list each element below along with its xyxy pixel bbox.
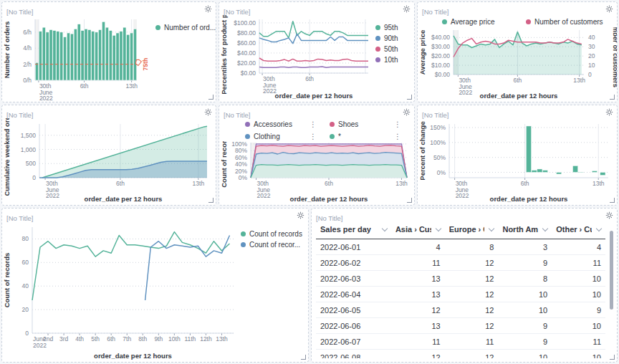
- svg-text:40: 40: [22, 282, 29, 289]
- value-cell: 12: [445, 287, 499, 302]
- legend-item-number-of-customers[interactable]: Number of customers: [526, 16, 610, 27]
- panel-category-share: [No Title] Accessories⋮Shoes⋮Clothing⋮*⋮…: [219, 105, 415, 206]
- legend-dot-icon: [526, 19, 531, 24]
- svg-text:Count of records: Count of records: [220, 141, 228, 188]
- legend-item-count-of-records[interactable]: Count of records: [241, 230, 308, 238]
- legend-actions-kebab-icon[interactable]: ⋮: [393, 120, 403, 128]
- value-cell: 11: [391, 255, 445, 271]
- chart-canvas-percent-of-change[interactable]: 0%50%100%150%30thJune20226th13thPercent …: [418, 118, 617, 205]
- svg-text:11th: 11th: [184, 335, 196, 343]
- legend-item-95th[interactable]: 95th: [375, 24, 414, 32]
- chart-canvas-count-of-records[interactable]: 020406080June20222nd3rd4th5th6th7th8th9t…: [2, 221, 241, 362]
- legend-item-number-of-ord[interactable]: Number of ord...: [155, 24, 216, 32]
- value-cell: 4: [552, 239, 605, 255]
- date-cell: 2022-06-03: [316, 271, 391, 287]
- dashboard-row-3: [No Title] 020406080June20222nd3rd4th5th…: [1, 208, 618, 363]
- value-cell: 8: [498, 271, 552, 287]
- svg-text:$30.00: $30.00: [431, 43, 450, 50]
- panel-resize-handle[interactable]: [301, 355, 306, 360]
- panel-resize-handle[interactable]: [407, 198, 412, 203]
- value-cell: 10: [498, 287, 552, 302]
- value-cell: 3: [498, 239, 552, 255]
- legend-item-10th[interactable]: 10th: [375, 56, 414, 64]
- chart-canvas-avg-price-customers[interactable]: $0.00$10.00$20.00$30.00$40.0001020304030…: [418, 27, 617, 102]
- legend-actions-kebab-icon[interactable]: ⋮: [393, 133, 403, 140]
- value-cell: 10: [552, 318, 605, 334]
- svg-text:Count of records: Count of records: [3, 253, 11, 308]
- chevron-down-icon[interactable]: [489, 226, 494, 231]
- legend-dot-icon: [330, 122, 335, 127]
- chevron-down-icon[interactable]: [435, 226, 441, 231]
- panel-settings-button[interactable]: [401, 107, 412, 118]
- value-cell: 12: [445, 350, 499, 359]
- chart-canvas-number-of-orders[interactable]: 0/h2/h4/h6/h30thJune20226th13th75thNumbe…: [2, 15, 155, 102]
- legend-actions-kebab-icon[interactable]: ⋮: [308, 120, 318, 128]
- date-cell: 2022-06-01: [316, 239, 391, 255]
- legend-item-[interactable]: *⋮: [330, 132, 403, 142]
- legend-item-average-price[interactable]: Average price: [442, 16, 526, 27]
- svg-text:20: 20: [22, 306, 29, 313]
- chart-canvas-cumulative-weekend-orders[interactable]: 05001,0001,50030thJune20226th13thCumulat…: [2, 118, 216, 205]
- svg-text:4th: 4th: [75, 335, 84, 343]
- svg-text:$0.00: $0.00: [435, 71, 451, 78]
- svg-text:0%: 0%: [239, 174, 248, 181]
- value-cell: 11: [552, 255, 605, 271]
- legend-dot-icon: [245, 122, 250, 127]
- legend-actions-kebab-icon[interactable]: ⋮: [308, 133, 318, 140]
- chart-canvas-price-percentiles[interactable]: $0.00$20.00$40.00$60.00$80.00$100.0030th…: [219, 15, 375, 102]
- column-header-europe-customer[interactable]: Europe › Customer: [445, 221, 499, 239]
- value-cell: 10: [552, 271, 605, 287]
- panel-settings-button[interactable]: [604, 107, 615, 118]
- table-scrollbar-thumb[interactable]: [610, 231, 613, 310]
- date-cell: 2022-06-05: [316, 302, 391, 318]
- legend-item-50th[interactable]: 50th: [375, 45, 414, 53]
- svg-text:13th: 13th: [193, 180, 205, 187]
- column-header-other-customers[interactable]: Other › Customers: [552, 221, 605, 239]
- panel-resize-handle[interactable]: [610, 95, 615, 100]
- sales-per-day-table: Sales per dayAsia › CustomersEurope › Cu…: [316, 221, 605, 358]
- date-cell: 2022-06-06: [316, 318, 391, 334]
- svg-text:80: 80: [22, 235, 29, 242]
- column-header-north-america-cu[interactable]: North America › Cu: [498, 221, 552, 239]
- legend-dot-icon: [245, 134, 250, 139]
- panel-settings-button[interactable]: [295, 210, 306, 221]
- panel-resize-handle[interactable]: [407, 95, 412, 100]
- legend-item-90th[interactable]: 90th: [375, 34, 414, 42]
- panel-resize-handle[interactable]: [610, 198, 615, 203]
- date-cell: 2022-06-04: [316, 287, 391, 302]
- column-header-asia-customers[interactable]: Asia › Customers: [391, 221, 445, 239]
- svg-text:20: 20: [588, 52, 595, 59]
- panel-header: [No Title]: [312, 209, 617, 221]
- legend-item-count-of-recor[interactable]: Count of recor...: [241, 241, 308, 249]
- panel-resize-handle[interactable]: [610, 355, 615, 360]
- legend-item-shoes[interactable]: Shoes⋮: [330, 120, 403, 130]
- svg-text:30thJune2022: 30thJune2022: [39, 82, 53, 102]
- chevron-down-icon[interactable]: [542, 226, 548, 231]
- chart-canvas-category-share[interactable]: 0%20%40%60%80%100%30thJune20226th13thCou…: [219, 141, 414, 205]
- legend-dot-icon: [375, 36, 380, 41]
- svg-text:Cumulative weekend orders: Cumulative weekend orders: [3, 118, 11, 196]
- chevron-down-icon[interactable]: [382, 226, 388, 231]
- svg-text:6th: 6th: [116, 180, 125, 187]
- svg-text:2nd: 2nd: [43, 335, 53, 343]
- svg-text:13th: 13th: [592, 180, 605, 187]
- panel-settings-button[interactable]: [604, 210, 615, 221]
- svg-text:30thJune2022: 30thJune2022: [459, 77, 472, 96]
- legend-label: Number of ord...: [164, 24, 216, 32]
- panel-settings-button[interactable]: [203, 4, 213, 14]
- legend-item-accessories[interactable]: Accessories⋮: [245, 120, 318, 130]
- panel-resize-handle[interactable]: [208, 198, 213, 203]
- value-cell: 12: [391, 302, 445, 318]
- legend-item-clothing[interactable]: Clothing⋮: [245, 132, 318, 142]
- panel-settings-button[interactable]: [401, 4, 412, 14]
- column-label: Sales per day: [320, 225, 371, 234]
- column-header-sales-per-day[interactable]: Sales per day: [316, 221, 391, 239]
- panel-settings-button[interactable]: [604, 4, 615, 14]
- panel-settings-button[interactable]: [203, 107, 213, 118]
- gear-icon: [605, 108, 613, 116]
- svg-text:30thJune2022: 30thJune2022: [456, 180, 469, 199]
- chevron-down-icon[interactable]: [596, 226, 602, 231]
- svg-text:order_date per 12 hours: order_date per 12 hours: [480, 92, 558, 100]
- panel-body: 020406080June20222nd3rd4th5th6th7th8th9t…: [2, 221, 308, 362]
- panel-resize-handle[interactable]: [208, 95, 213, 100]
